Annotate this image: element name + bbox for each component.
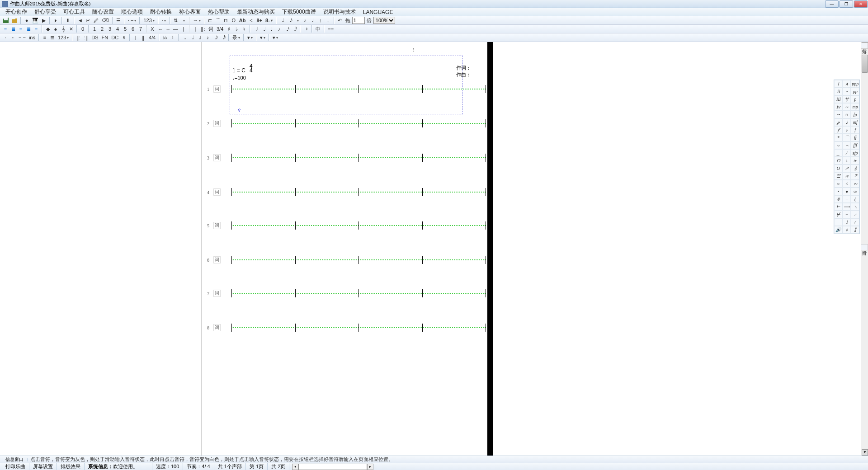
page-navigator[interactable]: ◂ ▸ <box>292 464 373 470</box>
lt-button[interactable]: < <box>247 17 255 24</box>
num-3[interactable]: 3 <box>106 25 113 33</box>
palette-cell[interactable]: p <box>851 95 859 103</box>
palette-cell[interactable]: pp <box>851 88 859 95</box>
palette-cell[interactable]: ※ <box>834 195 843 203</box>
menu-tools[interactable]: 可心工具 <box>60 8 89 16</box>
prev-button[interactable]: ◄ <box>76 17 84 24</box>
flat2-btn[interactable]: ♭♭ <box>161 34 169 41</box>
palette-cell[interactable]: ⅳ <box>834 103 843 111</box>
vtab-huahang[interactable]: 滑行 <box>861 244 868 250</box>
menu-create[interactable]: 开心创作 <box>2 8 31 16</box>
edit-button[interactable]: 🖉 <box>92 17 100 24</box>
palette-cell[interactable]: ∧ <box>843 80 851 88</box>
staff-line[interactable] <box>231 327 486 328</box>
palette-cell[interactable]: 𝆑 <box>834 126 843 134</box>
staff-line[interactable] <box>231 157 486 158</box>
n123-menu[interactable]: 123 <box>57 34 70 41</box>
maximize-button[interactable]: ❐ <box>840 0 853 8</box>
page-first-button[interactable]: ◂ <box>292 464 298 470</box>
row-label[interactable]: 词 <box>213 290 221 297</box>
menu-settings[interactable]: 随心设置 <box>89 8 118 16</box>
palette-cell[interactable]: ⌒ <box>843 134 851 141</box>
note-menu[interactable] <box>294 17 301 24</box>
row-label[interactable]: 词 <box>213 120 221 127</box>
palette-cell[interactable]: − <box>843 195 851 203</box>
nn1-button[interactable]: 𝅗𝅥 <box>252 25 259 33</box>
arrow-menu[interactable]: → <box>192 17 202 24</box>
page-track[interactable] <box>298 464 367 470</box>
staff-line[interactable] <box>231 293 486 294</box>
dash-btn[interactable]: − − <box>17 34 27 41</box>
num-0[interactable]: 0 <box>79 25 86 33</box>
zoom-select[interactable]: 100% <box>373 17 395 24</box>
num-1[interactable]: 1 <box>91 25 98 33</box>
palette-cell[interactable]: ∼ <box>843 103 851 111</box>
list-button[interactable]: ☰ <box>115 17 122 24</box>
play-button[interactable]: ▶ <box>40 17 47 24</box>
palette-cell[interactable]: < <box>843 180 851 188</box>
blue-menu1[interactable]: ▾ <box>246 34 254 41</box>
palette-cell[interactable]: ⅲ <box>834 95 843 103</box>
palette-cell[interactable]: ♪ <box>843 126 851 134</box>
open-button[interactable] <box>10 17 19 24</box>
palette-cell[interactable]: ( <box>851 195 859 203</box>
fn-btn[interactable]: FN <box>100 34 110 41</box>
marker2-button[interactable]: ♠ <box>52 25 59 33</box>
nn6-button[interactable]: 𝅘𝅥𝅰 <box>291 25 298 33</box>
menu-convert[interactable]: 耐心转换 <box>146 8 175 16</box>
menu-docs[interactable]: 说明书与技术 <box>320 8 359 16</box>
status-layout[interactable]: 排版效果 <box>57 463 85 470</box>
e-btn[interactable]: ♪ <box>204 34 211 41</box>
num-menu[interactable]: 123 <box>142 17 156 24</box>
center-button[interactable]: 中 <box>314 25 322 33</box>
palette-cell[interactable]: ⊓ <box>834 157 843 164</box>
palette-cell[interactable]: ♩ <box>843 118 851 126</box>
palette-cell[interactable]: ⌢ <box>843 141 851 149</box>
palette-cell[interactable]: * <box>834 134 843 141</box>
bar2-button[interactable]: | <box>192 25 199 33</box>
palette-cell[interactable]: f <box>851 126 859 134</box>
row-label[interactable]: 词 <box>213 154 221 161</box>
row-label[interactable]: 词 <box>213 324 221 331</box>
slur-down-button[interactable]: ⌣ <box>164 25 171 33</box>
palette-cell[interactable]: tr <box>851 157 859 164</box>
palette-cell[interactable]: ∞ <box>851 188 859 195</box>
staff-line[interactable] <box>231 192 486 193</box>
palette-cell[interactable]: mp <box>851 103 859 111</box>
status-screen[interactable]: 屏幕设置 <box>29 463 57 470</box>
palette-cell[interactable]: • <box>834 188 843 195</box>
row-label[interactable]: 词 <box>213 85 221 93</box>
up-menu[interactable] <box>180 17 187 24</box>
palette-cell[interactable]: ∾ <box>851 180 859 188</box>
drag-input[interactable] <box>352 17 365 24</box>
scroll-down-button[interactable]: ▼ <box>862 449 868 456</box>
ds-btn[interactable]: DS <box>90 34 99 41</box>
x-button[interactable]: X <box>149 25 156 33</box>
eraser-button[interactable]: ⌫ <box>100 17 110 24</box>
half-btn[interactable]: 𝅗𝅥 <box>189 34 196 41</box>
para1-btn[interactable]: ≡ <box>41 34 48 41</box>
palette-cell[interactable]: ⊢ <box>834 203 843 211</box>
palette-cell[interactable]: ♯ <box>843 226 851 234</box>
up-button[interactable]: ⇅ <box>172 17 179 24</box>
line-button[interactable]: — <box>172 25 179 33</box>
segno-btn[interactable]: 𝄋 <box>120 34 127 41</box>
palette-cell[interactable]: ⅱ <box>834 88 843 95</box>
para2-btn[interactable]: ≣ <box>49 34 56 41</box>
palette-cell[interactable]: − <box>843 211 851 218</box>
num-6[interactable]: 6 <box>129 25 137 33</box>
palette-cell[interactable]: 🔊 <box>834 226 843 234</box>
palette-cell[interactable]: ≈ <box>843 111 851 118</box>
close-button[interactable]: ✕ <box>854 0 868 8</box>
palette-cell[interactable]: ff <box>851 134 859 141</box>
marker3-button[interactable]: 𝄞 <box>60 25 67 33</box>
align-justify-button[interactable]: ≣ <box>25 25 32 33</box>
repeat-button[interactable]: ‖: <box>199 25 207 33</box>
staff-line[interactable] <box>231 89 486 89</box>
marker4-button[interactable]: ✕ <box>67 25 75 33</box>
status-print[interactable]: 打印乐曲 <box>2 463 29 470</box>
palette-cell[interactable]: ↓ <box>843 157 851 164</box>
staff-line[interactable] <box>231 225 486 226</box>
undo-button[interactable]: ↶ <box>336 17 344 24</box>
nn3-button[interactable]: ♩ <box>268 25 275 33</box>
